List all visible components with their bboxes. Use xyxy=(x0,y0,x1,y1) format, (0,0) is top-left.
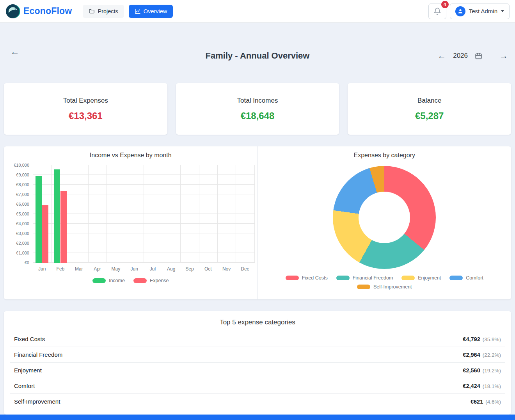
category-value: €2,424 xyxy=(463,383,480,389)
app-footer xyxy=(0,415,515,420)
total-expenses-value: €13,361 xyxy=(69,110,103,121)
gridline xyxy=(70,165,70,263)
gridline xyxy=(107,165,107,263)
gridline xyxy=(180,165,181,263)
x-axis-tick: Jan xyxy=(33,266,51,272)
legend-color-box xyxy=(286,276,299,280)
year-navigation: ← 2026 → xyxy=(437,52,508,60)
category-label: Enjoyment xyxy=(14,367,42,374)
gridline xyxy=(88,165,89,263)
legend-label: Enjoyment xyxy=(418,275,441,281)
notification-badge: 4 xyxy=(441,1,449,8)
category-value: €2,964 xyxy=(463,352,480,358)
bell-icon xyxy=(433,7,441,15)
y-axis-tick: €2,000 xyxy=(16,241,29,246)
previous-year-button[interactable]: ← xyxy=(437,52,446,60)
legend-item-expense[interactable]: Expense xyxy=(133,278,169,283)
x-axis-tick: Oct xyxy=(199,266,217,272)
x-axis-tick: Feb xyxy=(51,266,69,272)
table-row: Financial Freedom €2,964 (22.2%) xyxy=(10,347,505,363)
user-menu-button[interactable]: Test Admin xyxy=(450,4,510,19)
gridline xyxy=(33,165,33,263)
folder-icon xyxy=(89,8,95,14)
expense-bar-feb xyxy=(60,191,67,263)
category-label: Comfort xyxy=(14,383,35,389)
brand[interactable]: EconoFlow xyxy=(5,4,72,19)
legend-item-self-improvement[interactable]: Self-Improvement xyxy=(357,284,412,290)
x-axis-tick: May xyxy=(107,266,125,272)
back-arrow-button[interactable]: ← xyxy=(10,47,20,56)
legend-label: Comfort xyxy=(466,275,483,281)
category-percent: (35.9%) xyxy=(483,336,501,342)
title-row: ← Family - Annual Overview ← 2026 → xyxy=(4,46,511,66)
y-axis-tick: €1,000 xyxy=(16,251,29,255)
top-categories-card: Top 5 expense categories Fixed Costs €4,… xyxy=(4,311,511,415)
y-axis-tick: €8,000 xyxy=(16,182,29,187)
summary-cards-row: Total Expenses €13,361 Total Incomes €18… xyxy=(4,83,511,135)
table-row: Self-Improvement €621 (4.6%) xyxy=(10,394,505,409)
category-value: €4,792 xyxy=(463,336,480,342)
x-axis-tick: Jul xyxy=(144,266,162,272)
total-incomes-value: €18,648 xyxy=(241,110,275,121)
y-axis-tick: €4,000 xyxy=(16,221,29,226)
x-axis-tick: Jun xyxy=(125,266,143,272)
bar-x-axis: JanFebMarAprMayJunJulAugSepOctNovDec xyxy=(33,263,254,272)
category-label: Self-Improvement xyxy=(14,398,60,405)
legend-label: Fixed Costs xyxy=(302,275,328,281)
page-title: Family - Annual Overview xyxy=(206,51,310,61)
bar-chart-panel: Income vs Expense by month €0€1,000€2,00… xyxy=(4,146,258,299)
gridline xyxy=(144,165,144,263)
gridline xyxy=(236,165,236,263)
nav-overview-label: Overview xyxy=(144,8,167,14)
legend-item-financial-freedom[interactable]: Financial Freedom xyxy=(336,275,393,281)
legend-item-income[interactable]: Income xyxy=(92,278,125,283)
category-percent: (18.1%) xyxy=(483,383,501,389)
calendar-button[interactable] xyxy=(475,52,482,60)
gridline xyxy=(51,165,52,263)
gridline xyxy=(254,165,255,263)
legend-item-fixed-costs[interactable]: Fixed Costs xyxy=(286,275,328,281)
table-row: Fixed Costs €4,792 (35.9%) xyxy=(10,331,505,347)
y-axis-tick: €7,000 xyxy=(16,192,29,197)
donut-chart xyxy=(333,166,436,269)
brand-name: EconoFlow xyxy=(23,6,72,16)
total-expenses-card: Total Expenses €13,361 xyxy=(4,83,167,135)
legend-color-box xyxy=(133,278,147,283)
income-bar-jan xyxy=(36,176,42,263)
donut-legend: Fixed CostsFinancial FreedomEnjoymentCom… xyxy=(267,275,501,290)
legend-color-box xyxy=(401,276,415,280)
app-header: EconoFlow Projects Overview 4 xyxy=(0,0,515,23)
bar-chart: €0€1,000€2,000€3,000€4,000€5,000€6,000€7… xyxy=(4,159,258,272)
nav-projects-button[interactable]: Projects xyxy=(83,5,124,18)
gridline xyxy=(125,165,125,263)
main-content: ← Family - Annual Overview ← 2026 → Tota… xyxy=(0,23,515,415)
next-year-button[interactable]: → xyxy=(499,52,508,60)
category-percent: (19.2%) xyxy=(483,368,501,374)
year-label: 2026 xyxy=(453,52,468,60)
nav-projects-label: Projects xyxy=(98,8,118,14)
y-axis-tick: €0 xyxy=(25,260,29,265)
legend-label: Income xyxy=(109,278,125,283)
x-axis-tick: Dec xyxy=(236,266,254,272)
category-percent: (4.6%) xyxy=(485,399,501,405)
x-axis-tick: Sep xyxy=(180,266,199,272)
nav-overview-button[interactable]: Overview xyxy=(129,5,173,18)
legend-color-box xyxy=(357,285,370,289)
legend-color-box xyxy=(336,276,350,280)
legend-color-box xyxy=(92,278,106,283)
balance-value: €5,287 xyxy=(415,110,444,121)
user-name: Test Admin xyxy=(469,8,497,14)
total-incomes-card: Total Incomes €18,648 xyxy=(176,83,339,135)
legend-item-enjoyment[interactable]: Enjoyment xyxy=(401,275,441,281)
notifications-button[interactable]: 4 xyxy=(428,4,446,19)
y-axis-tick: €10,000 xyxy=(14,163,29,167)
y-axis-tick: €6,000 xyxy=(16,202,29,206)
total-expenses-label: Total Expenses xyxy=(63,97,108,105)
income-bar-feb xyxy=(54,169,60,263)
y-axis-tick: €9,000 xyxy=(16,173,29,177)
balance-card: Balance €5,287 xyxy=(348,83,511,135)
y-axis-tick: €5,000 xyxy=(16,212,29,216)
legend-item-comfort[interactable]: Comfort xyxy=(449,275,483,281)
legend-label: Self-Improvement xyxy=(373,284,412,290)
econoflow-logo-icon xyxy=(5,4,20,19)
